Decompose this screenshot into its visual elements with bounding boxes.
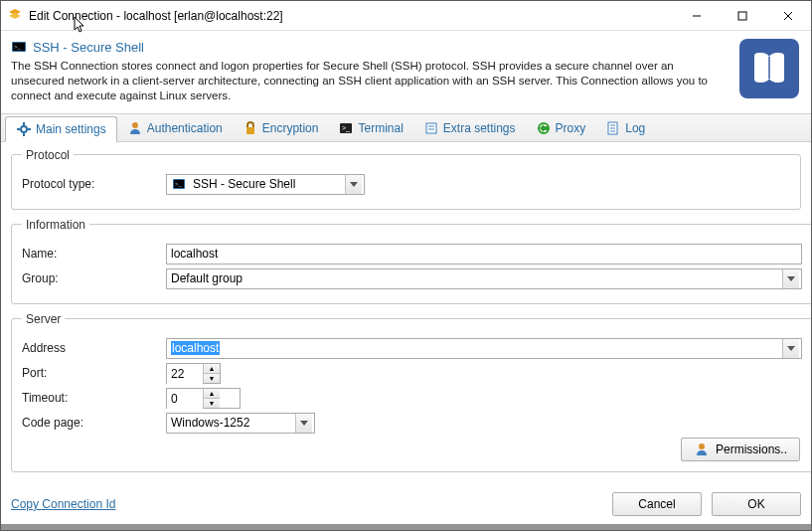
ssh-icon: >_ [171,176,187,192]
tab-label: Main settings [36,122,106,136]
port-up-button[interactable]: ▲ [204,364,220,374]
svg-point-13 [132,122,138,128]
information-group: Information Name: Group: Default group [11,218,812,304]
tab-label: Encryption [262,121,319,135]
book-icon [739,39,799,98]
page-description: The SSH Connection stores connect and lo… [11,59,801,103]
tab-label: Extra settings [443,121,516,135]
user-icon [694,442,710,457]
maximize-button[interactable] [720,1,765,30]
svg-rect-14 [246,127,254,134]
copy-connection-id-link[interactable]: Copy Connection Id [11,497,115,511]
ssh-icon: >_ [11,39,27,55]
svg-text:>_: >_ [342,124,350,132]
group-select[interactable]: Default group [166,268,802,289]
address-value: localhost [171,341,220,355]
address-input[interactable]: localhost [166,338,802,359]
header-area: >_ SSH - Secure Shell The SSH Connection… [1,31,811,113]
codepage-select[interactable]: Windows-1252 [166,413,315,434]
ok-label: OK [747,497,764,511]
permissions-button[interactable]: Permissions.. [681,438,800,461]
group-value: Default group [171,271,243,285]
svg-rect-17 [426,123,436,133]
svg-rect-1 [738,12,746,20]
timeout-label: Timeout: [22,391,166,405]
codepage-value: Windows-1252 [171,416,249,430]
timeout-stepper[interactable]: ▲ ▼ [166,388,241,409]
timeout-down-button[interactable]: ▼ [204,399,220,408]
server-legend: Server [22,312,65,326]
log-icon [605,120,621,136]
tab-label: Authentication [147,121,223,135]
close-button[interactable] [765,1,811,30]
window-controls [674,1,811,30]
chevron-down-icon [782,269,799,288]
port-label: Port: [22,366,166,380]
status-strip [1,524,811,531]
tab-extra-settings[interactable]: Extra settings [413,116,526,141]
tab-authentication[interactable]: Authentication [117,116,233,141]
port-down-button[interactable]: ▼ [204,374,220,383]
codepage-label: Code page: [22,416,166,430]
tab-label: Terminal [358,121,403,135]
tabstrip: Main settings Authentication Encryption … [1,113,811,142]
proxy-icon [536,120,552,136]
svg-point-28 [699,443,705,449]
extra-icon [423,120,439,136]
window-title: Edit Connection - localhost [erlan@local… [29,9,674,23]
protocol-type-select[interactable]: >_ SSH - Secure Shell [166,174,365,195]
terminal-icon: >_ [338,120,354,136]
titlebar: Edit Connection - localhost [erlan@local… [1,1,811,31]
name-label: Name: [22,247,166,261]
tab-proxy[interactable]: Proxy [526,116,596,141]
server-group: Server Address localhost Port: ▲ ▼ Timeo… [11,312,812,472]
name-input[interactable] [166,244,802,265]
minimize-button[interactable] [674,1,720,30]
cancel-button[interactable]: Cancel [612,492,702,516]
group-label: Group: [22,271,166,285]
app-icon [7,8,23,24]
page-title: SSH - Secure Shell [33,40,144,55]
timeout-input[interactable] [167,389,203,410]
tab-label: Proxy [556,121,586,135]
cancel-label: Cancel [638,497,675,511]
port-stepper[interactable]: ▲ ▼ [166,363,221,384]
lock-icon [243,120,258,136]
tab-encryption[interactable]: Encryption [233,116,329,141]
tab-label: Log [625,121,645,135]
settings-icon [16,121,32,137]
chevron-down-icon [782,339,799,358]
port-input[interactable] [167,364,203,385]
permissions-label: Permissions.. [716,442,787,456]
timeout-up-button[interactable]: ▲ [204,389,220,399]
tab-main-settings[interactable]: Main settings [5,116,117,142]
tab-log[interactable]: Log [595,116,655,141]
information-legend: Information [22,218,89,232]
chevron-down-icon [295,414,312,433]
protocol-type-label: Protocol type: [22,177,166,191]
ok-button[interactable]: OK [712,492,801,516]
chevron-down-icon [345,175,362,194]
protocol-legend: Protocol [22,148,74,162]
address-label: Address [22,341,166,355]
protocol-group: Protocol Protocol type: >_ SSH - Secure … [11,148,801,210]
footer: Copy Connection Id Cancel OK [1,484,811,524]
protocol-type-value: SSH - Secure Shell [193,177,295,191]
svg-text:>_: >_ [14,44,22,50]
svg-point-8 [21,126,27,132]
tab-terminal[interactable]: >_ Terminal [328,116,412,141]
main-content: Protocol Protocol type: >_ SSH - Secure … [1,142,811,484]
svg-text:>_: >_ [175,181,183,187]
user-icon [127,120,143,136]
